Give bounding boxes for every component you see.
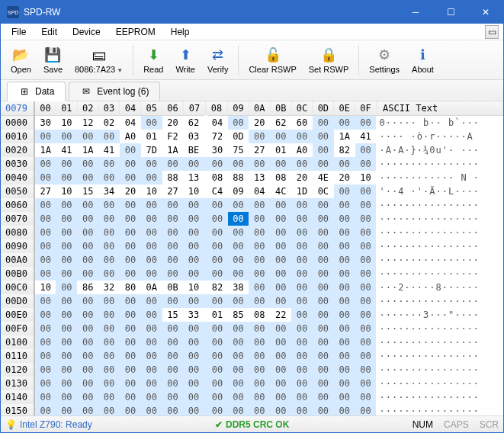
cell[interactable]: 00: [313, 308, 334, 322]
cell[interactable]: 00: [355, 226, 377, 239]
cell[interactable]: 20: [291, 171, 313, 184]
cell[interactable]: 00: [313, 143, 334, 157]
cell[interactable]: 00: [313, 198, 334, 212]
ascii[interactable]: ················: [376, 404, 502, 416]
ascii[interactable]: ············ N ·: [376, 171, 502, 184]
cell[interactable]: 00: [249, 349, 270, 363]
cell[interactable]: 00: [120, 404, 141, 416]
ascii[interactable]: ················: [376, 294, 502, 308]
cell[interactable]: 00: [355, 116, 377, 130]
cell[interactable]: 00: [162, 349, 184, 363]
row-00E0[interactable]: 00E000000000000015330185082200000000····…: [1, 308, 503, 322]
cell[interactable]: 00: [355, 267, 377, 281]
cell[interactable]: 00: [141, 157, 162, 171]
cell[interactable]: 00: [355, 198, 377, 212]
cell[interactable]: 00: [313, 335, 334, 349]
cell[interactable]: 00: [334, 349, 355, 363]
row-0060[interactable]: 006000000000000000000000000000000000····…: [1, 198, 503, 212]
cell[interactable]: 33: [184, 308, 206, 322]
cell[interactable]: 00: [56, 157, 77, 171]
cell[interactable]: 00: [56, 198, 77, 212]
cell[interactable]: 00: [120, 239, 141, 253]
cell[interactable]: 00: [313, 281, 334, 294]
cell[interactable]: 41: [355, 130, 377, 143]
cell[interactable]: 00: [334, 390, 355, 404]
cell[interactable]: 00: [355, 253, 377, 267]
cell[interactable]: 00: [270, 363, 291, 377]
cell[interactable]: 03: [184, 130, 206, 143]
cell[interactable]: 00: [291, 239, 313, 253]
cell[interactable]: 86: [77, 281, 98, 294]
cell[interactable]: 00: [56, 377, 77, 390]
cell[interactable]: 00: [249, 377, 270, 390]
cell[interactable]: 1D: [291, 184, 313, 198]
cell[interactable]: 01: [206, 308, 228, 322]
cell[interactable]: 00: [162, 335, 184, 349]
cell[interactable]: 00: [120, 322, 141, 335]
cell[interactable]: 00: [77, 294, 98, 308]
cell[interactable]: 00: [77, 390, 98, 404]
cell[interactable]: 00: [291, 281, 313, 294]
cell[interactable]: 00: [228, 349, 249, 363]
cell[interactable]: 00: [355, 212, 377, 226]
ascii[interactable]: ················: [376, 349, 502, 363]
cell[interactable]: 00: [120, 143, 141, 157]
cell[interactable]: 00: [334, 267, 355, 281]
row-0100[interactable]: 010000000000000000000000000000000000····…: [1, 335, 503, 349]
menu-device[interactable]: Device: [65, 25, 108, 39]
row-0080[interactable]: 008000000000000000000000000000000000····…: [1, 226, 503, 239]
cell[interactable]: 00: [206, 404, 228, 416]
cell[interactable]: 00: [34, 363, 56, 377]
menu-help[interactable]: Help: [163, 25, 197, 39]
cell[interactable]: 00: [249, 390, 270, 404]
cell[interactable]: 01: [270, 143, 291, 157]
cell[interactable]: 00: [249, 363, 270, 377]
cell[interactable]: 13: [184, 171, 206, 184]
cell[interactable]: 00: [228, 267, 249, 281]
cell[interactable]: 00: [34, 377, 56, 390]
cell[interactable]: 00: [141, 294, 162, 308]
cell[interactable]: 00: [270, 335, 291, 349]
cell[interactable]: 00: [334, 116, 355, 130]
cell[interactable]: 00: [270, 212, 291, 226]
cell[interactable]: 1A: [77, 143, 98, 157]
row-00D0[interactable]: 00D000000000000000000000000000000000····…: [1, 294, 503, 308]
cell[interactable]: 00: [313, 390, 334, 404]
cell[interactable]: 00: [162, 404, 184, 416]
cell[interactable]: 00: [270, 349, 291, 363]
row-0070[interactable]: 007000000000000000000000000000000000····…: [1, 212, 503, 226]
cell[interactable]: 00: [291, 267, 313, 281]
cell[interactable]: F2: [162, 130, 184, 143]
ascii[interactable]: ···2·····8······: [376, 281, 502, 294]
cell[interactable]: 00: [270, 198, 291, 212]
cell[interactable]: 88: [228, 171, 249, 184]
cell[interactable]: 00: [334, 377, 355, 390]
cell[interactable]: 00: [291, 294, 313, 308]
cell[interactable]: 00: [206, 335, 228, 349]
ascii[interactable]: ···· ·ò·r·····A: [376, 130, 502, 143]
cell[interactable]: 00: [206, 294, 228, 308]
cell[interactable]: 00: [206, 363, 228, 377]
cell[interactable]: 00: [228, 239, 249, 253]
device-button[interactable]: 🖴8086:7A23▼: [69, 42, 128, 79]
cell[interactable]: 00: [249, 226, 270, 239]
cell[interactable]: 00: [249, 130, 270, 143]
cell[interactable]: 00: [56, 308, 77, 322]
cell[interactable]: 00: [291, 130, 313, 143]
minimize-button[interactable]: ─: [398, 1, 433, 24]
cell[interactable]: 00: [77, 322, 98, 335]
cell[interactable]: 00: [184, 404, 206, 416]
cell[interactable]: 00: [184, 363, 206, 377]
cell[interactable]: 30: [206, 143, 228, 157]
row-00C0[interactable]: 00C010008632800A0B108238000000000000···2…: [1, 281, 503, 294]
cell[interactable]: 00: [228, 198, 249, 212]
cell[interactable]: 1A: [334, 130, 355, 143]
cell[interactable]: 62: [184, 116, 206, 130]
cell[interactable]: 00: [77, 377, 98, 390]
cell[interactable]: 00: [228, 212, 249, 226]
cell[interactable]: 00: [56, 322, 77, 335]
setrswp-button[interactable]: 🔒Set RSWP: [303, 42, 355, 79]
cell[interactable]: 4C: [270, 184, 291, 198]
cell[interactable]: 00: [98, 390, 120, 404]
cell[interactable]: 00: [184, 294, 206, 308]
